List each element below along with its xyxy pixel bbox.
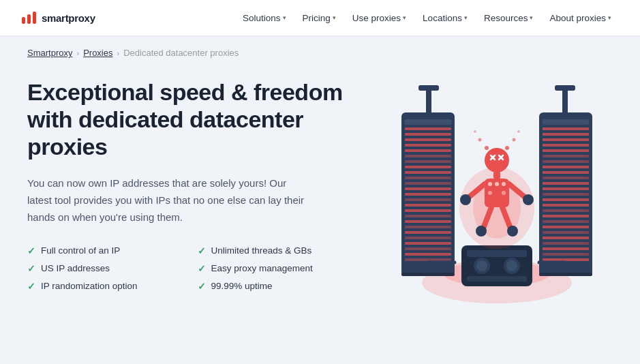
svg-rect-33 (543, 133, 589, 136)
nav-item-use-proxies[interactable]: Use proxies ▾ (346, 9, 413, 27)
nav-link-resources[interactable]: Resources ▾ (477, 9, 540, 27)
svg-rect-5 (405, 133, 451, 136)
nav-link-use-proxies[interactable]: Use proxies ▾ (346, 9, 413, 27)
svg-rect-23 (405, 231, 451, 234)
nav-link-about-proxies[interactable]: About proxies ▾ (543, 9, 618, 27)
svg-rect-38 (543, 160, 589, 163)
checkmark-icon-2: ✓ (198, 245, 206, 256)
svg-point-65 (476, 260, 487, 271)
breadcrumb-separator-1: › (76, 49, 79, 57)
hero-content: Exceptional speed & freedom with dedicat… (27, 78, 354, 292)
svg-rect-6 (405, 138, 451, 141)
datacenter-illustration (381, 72, 613, 317)
nav-links: Solutions ▾ Pricing ▾ Use proxies ▾ Loca… (236, 9, 618, 27)
svg-rect-42 (543, 182, 589, 185)
nav-item-resources[interactable]: Resources ▾ (477, 9, 540, 27)
svg-rect-19 (405, 209, 451, 212)
nav-link-solutions[interactable]: Solutions ▾ (236, 9, 293, 27)
svg-point-96 (505, 146, 509, 150)
feature-label-6: 99.99% uptime (211, 281, 273, 291)
svg-rect-50 (543, 226, 589, 228)
svg-rect-56 (543, 258, 589, 261)
checkmark-icon-3: ✓ (27, 263, 35, 274)
svg-rect-47 (543, 209, 589, 212)
svg-point-94 (478, 138, 482, 142)
logo-bar-3 (33, 12, 36, 24)
svg-rect-63 (467, 250, 527, 257)
svg-rect-8 (405, 149, 451, 152)
logo-icon (22, 12, 36, 24)
svg-point-95 (474, 130, 476, 133)
feature-label-2: Unlimited threads & GBs (211, 245, 312, 256)
svg-rect-32 (543, 127, 589, 130)
nav-item-locations[interactable]: Locations ▾ (416, 9, 474, 27)
feature-item-4: ✓ Easy proxy management (198, 263, 354, 274)
svg-rect-16 (405, 193, 451, 196)
svg-rect-25 (405, 242, 451, 245)
svg-point-98 (517, 130, 520, 133)
svg-rect-55 (543, 253, 589, 256)
svg-rect-48 (543, 215, 589, 217)
nav-item-pricing[interactable]: Pricing ▾ (296, 9, 343, 27)
svg-rect-68 (467, 276, 527, 282)
chevron-down-icon: ▾ (333, 14, 336, 21)
svg-rect-28 (405, 258, 451, 261)
hero-illustration (381, 72, 613, 317)
svg-rect-54 (543, 247, 589, 250)
feature-item-5: ✓ IP randomization option (27, 281, 184, 292)
logo-text: smartproxy (42, 12, 95, 24)
svg-point-80 (488, 182, 492, 186)
feature-item-2: ✓ Unlimited threads & GBs (198, 245, 354, 256)
svg-rect-59 (418, 85, 439, 91)
svg-point-73 (485, 148, 509, 172)
svg-rect-34 (543, 138, 589, 141)
svg-point-83 (488, 191, 492, 195)
svg-point-84 (502, 191, 506, 195)
svg-rect-36 (543, 149, 589, 152)
nav-link-pricing[interactable]: Pricing ▾ (296, 9, 343, 27)
svg-rect-17 (405, 198, 451, 201)
svg-rect-41 (543, 177, 589, 179)
chevron-down-icon: ▾ (403, 14, 406, 21)
chevron-down-icon: ▾ (283, 14, 286, 21)
svg-rect-4 (405, 127, 451, 130)
logo-bar-2 (27, 14, 31, 24)
svg-point-88 (523, 194, 534, 205)
hero-title: Exceptional speed & freedom with dedicat… (27, 78, 354, 160)
features-grid: ✓ Full control of an IP ✓ Unlimited thre… (27, 245, 354, 292)
svg-rect-43 (543, 187, 589, 190)
svg-rect-46 (543, 204, 589, 207)
nav-item-about-proxies[interactable]: About proxies ▾ (543, 9, 618, 27)
svg-point-81 (495, 182, 499, 186)
svg-rect-61 (555, 85, 575, 91)
checkmark-icon-5: ✓ (27, 281, 35, 292)
checkmark-icon-1: ✓ (27, 245, 35, 256)
svg-rect-20 (405, 215, 451, 217)
nav-link-locations[interactable]: Locations ▾ (416, 9, 474, 27)
svg-rect-27 (405, 253, 451, 256)
hero-section: Exceptional speed & freedom with dedicat… (0, 65, 640, 344)
svg-point-97 (513, 138, 516, 142)
feature-item-3: ✓ US IP addresses (27, 263, 184, 274)
svg-rect-10 (405, 160, 451, 163)
svg-rect-3 (405, 119, 451, 125)
chevron-down-icon: ▾ (464, 14, 468, 21)
navbar: smartproxy Solutions ▾ Pricing ▾ Use pro… (0, 0, 640, 35)
breadcrumb-proxies[interactable]: Proxies (83, 48, 112, 58)
svg-point-67 (506, 260, 517, 271)
feature-item-1: ✓ Full control of an IP (27, 245, 184, 256)
breadcrumb-home[interactable]: Smartproxy (27, 48, 72, 58)
feature-label-3: US IP addresses (41, 263, 110, 273)
svg-point-86 (460, 194, 471, 205)
hero-description: You can now own IP addresses that are so… (27, 175, 314, 226)
logo[interactable]: smartproxy (22, 12, 95, 24)
svg-point-90 (476, 226, 487, 237)
svg-rect-57 (539, 273, 592, 276)
nav-item-solutions[interactable]: Solutions ▾ (236, 9, 293, 27)
svg-rect-26 (405, 247, 451, 250)
chevron-down-icon: ▾ (530, 14, 533, 21)
svg-rect-14 (405, 182, 451, 185)
svg-rect-22 (405, 226, 451, 228)
svg-rect-44 (543, 193, 589, 196)
svg-rect-13 (405, 177, 451, 179)
